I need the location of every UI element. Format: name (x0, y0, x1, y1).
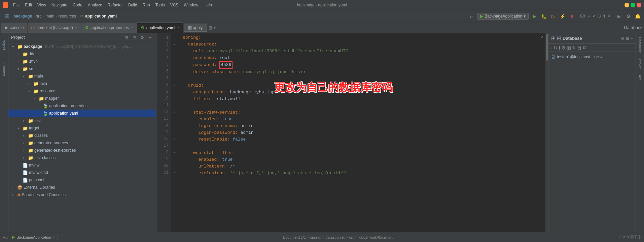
status-run-config[interactable]: BackpageApplication (16, 235, 51, 239)
coverage-button[interactable]: ▷ (549, 12, 557, 20)
tab-extra-dropdown[interactable]: ▾ (214, 25, 216, 30)
tree-ext-libs[interactable]: › 📦 External Libraries (8, 184, 156, 191)
menu-edit[interactable]: Edit (23, 2, 34, 8)
window-controls[interactable] (624, 3, 641, 7)
breadcrumb-src[interactable]: src (36, 14, 41, 19)
db-config-btn[interactable]: ⚙ (561, 45, 566, 51)
tree-test-classes[interactable]: › 📁 test-classes (8, 154, 156, 161)
menu-refactor[interactable]: Refactor (105, 2, 125, 8)
tree-mvn[interactable]: › 📁 .mvn (8, 58, 156, 65)
profile-button[interactable]: ⚡ (559, 12, 566, 20)
menu-navigate[interactable]: Navigate (49, 2, 70, 8)
breadcrumb-main[interactable]: main (45, 14, 54, 19)
commit-strip-label[interactable]: Commit (1, 61, 7, 79)
close-button[interactable] (637, 3, 641, 7)
tree-generated-sources[interactable]: › 📁 generated-sources (8, 139, 156, 147)
tab-appprops-close[interactable]: × (131, 26, 133, 29)
db-info-btn[interactable]: ℹ (559, 45, 560, 51)
tree-appyaml[interactable]: › 🍃 application.yaml (8, 110, 156, 117)
git-tick-icon[interactable]: ✔ (593, 14, 596, 19)
project-strip-label[interactable]: Project (1, 36, 7, 53)
tree-main[interactable]: ▾ 📁 main (8, 72, 156, 80)
editor-scrollbar[interactable] (545, 33, 548, 232)
project-gear-btn[interactable]: ⊟ (131, 34, 137, 40)
search-everywhere-icon[interactable]: ⊞ (615, 12, 622, 20)
tree-classes[interactable]: › 📁 classes (8, 132, 156, 139)
tab-pomxml-close[interactable]: × (75, 26, 77, 29)
menu-file[interactable]: File (11, 2, 22, 8)
db-earth-icon[interactable]: ⊞ (551, 35, 556, 41)
menu-tools[interactable]: Tools (153, 2, 167, 8)
project-expand-btn[interactable]: ⊞ (123, 34, 129, 40)
scrollbar-thumb[interactable] (546, 34, 548, 61)
project-settings-btn[interactable]: ⚙ (139, 34, 145, 40)
tree-root[interactable]: ▾ 📁 backpage E:\TB-shop\[024] 员工考勤管理系统\H… (8, 43, 156, 50)
breadcrumb-filename[interactable]: application.yaml (85, 14, 117, 19)
db-expand-icon[interactable]: ⊞ (626, 36, 629, 41)
db-plus-icon[interactable]: ⊟ (557, 35, 561, 41)
tab-appprops[interactable]: ⚙ application.properties × (81, 23, 137, 33)
project-panel-toggle[interactable]: ⊞ (3, 12, 11, 21)
db-add-btn[interactable]: + (550, 45, 552, 51)
tree-idea[interactable]: › 📁 .idea (8, 50, 156, 58)
tree-mvnwcmd[interactable]: › 📄 mvnw.cmd (8, 169, 156, 176)
tab-pomxml[interactable]: m pom.xml (backpage) × (28, 23, 81, 33)
tree-src[interactable]: ▾ 📁 src (8, 65, 156, 72)
git-upload-icon[interactable]: ⬆ (603, 14, 606, 19)
menu-view[interactable]: View (35, 2, 48, 8)
menu-window[interactable]: Window (181, 2, 201, 8)
db-minimize-icon[interactable]: − (631, 36, 633, 41)
debug-button[interactable]: 🐛 (540, 12, 547, 20)
tree-test[interactable]: › 📁 test (8, 117, 156, 124)
project-minimize-btn[interactable]: − (147, 34, 153, 40)
tree-pomxml[interactable]: › 📄 pom.xml (8, 176, 156, 184)
menu-help[interactable]: Help (201, 2, 214, 8)
settings-icon[interactable]: ⚙ (624, 12, 632, 20)
tab-appyaml[interactable]: ⚙ application.yaml × (137, 23, 183, 33)
tab-extra-icon[interactable]: ▦ (209, 25, 212, 30)
menu-build[interactable]: Build (126, 2, 140, 8)
tree-generated-test-sources[interactable]: › 📁 generated-test-sources (8, 147, 156, 154)
tab-console[interactable]: ▶ console (1, 23, 27, 33)
minimize-button[interactable] (624, 3, 629, 7)
tree-appprops[interactable]: › 🍃 application.properties (8, 102, 156, 110)
menu-vcs[interactable]: VCS (168, 2, 181, 8)
status-run-close[interactable]: × (53, 235, 55, 239)
db-host-item[interactable]: 🗄 testdb1@localhost 1 of 49 (551, 53, 633, 61)
git-download-icon[interactable]: ⬇ (607, 14, 611, 19)
editor-content[interactable]: 1 2 3 4 5 6 7 8 9 10 11 12 13 14 15 16 1… (156, 33, 548, 232)
maven-strip-label[interactable]: Maven (637, 56, 643, 72)
run-config-dropdown-icon[interactable]: ▾ (524, 14, 526, 19)
db-filter-btn[interactable]: ⧉ (583, 45, 586, 51)
tree-java[interactable]: › 📁 java (8, 80, 156, 87)
run-button[interactable]: ▶ (531, 12, 538, 20)
git-check-icon[interactable]: ✓ (588, 14, 591, 19)
db-table-btn[interactable]: ▦ (567, 45, 571, 51)
search-icon[interactable]: ⌕ (468, 12, 475, 20)
menu-code[interactable]: Code (70, 2, 85, 8)
tree-resources[interactable]: ▾ 📁 resources (8, 87, 156, 95)
menu-run[interactable]: Run (140, 2, 152, 8)
tree-mvnwcmd-label: mvnw.cmd (29, 170, 48, 175)
code-editor[interactable]: spring: datasource: url: jdbc:mysql://lo… (177, 33, 545, 232)
apply-button[interactable]: ▦ apply (184, 24, 207, 32)
tree-mapper[interactable]: › 📁 mapper (8, 95, 156, 102)
maximize-button[interactable] (631, 3, 635, 7)
db-edit-btn[interactable]: ✎ (572, 45, 576, 51)
menu-analyze[interactable]: Analyze (85, 2, 105, 8)
notifications-icon[interactable]: 🔔 (634, 12, 641, 20)
breadcrumb-resources[interactable]: resources (58, 14, 76, 19)
run-config-selector[interactable]: ▶ BackpageApplication ▾ (477, 13, 529, 20)
db-delete-btn[interactable]: 🗑 (577, 45, 582, 51)
tree-target[interactable]: ▾ 📁 target (8, 124, 156, 132)
ant-strip-label[interactable]: Ant (637, 72, 643, 83)
tab-appyaml-close[interactable]: × (178, 26, 180, 30)
db-refresh-btn[interactable]: ↻ (553, 45, 558, 51)
db-settings-icon[interactable]: ⚙ (621, 36, 624, 41)
stop-button[interactable]: ■ (568, 12, 576, 20)
git-clock-icon[interactable]: ⏱ (597, 14, 601, 19)
database-strip-label[interactable]: Database (637, 34, 643, 56)
breadcrumb-backpage[interactable]: backpage (13, 14, 32, 19)
tree-scratches[interactable]: › ✱ Scratches and Consoles (8, 191, 156, 199)
tree-mvnw[interactable]: › 📄 mvnw (8, 161, 156, 169)
